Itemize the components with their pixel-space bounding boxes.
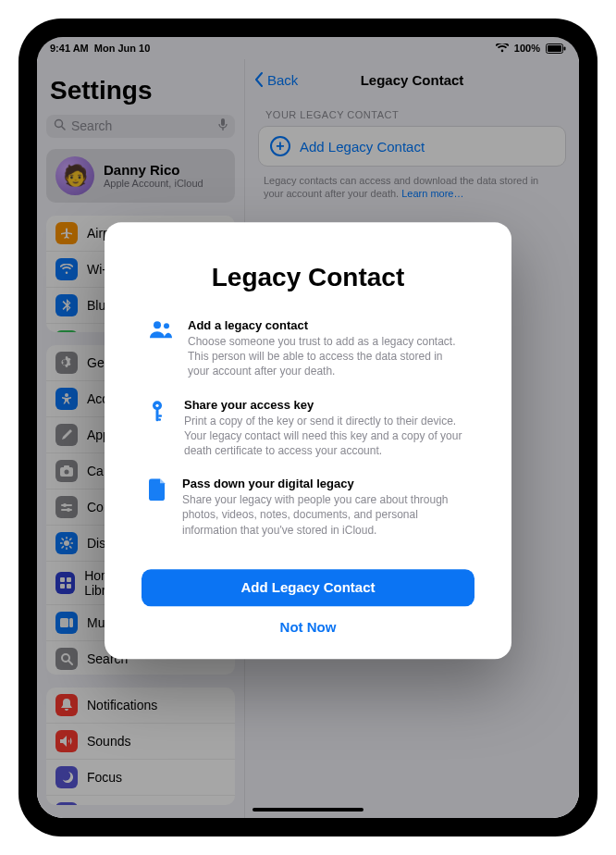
svg-point-37 (154, 321, 161, 328)
add-legacy-contact-button[interactable]: Add Legacy Contact (142, 569, 474, 606)
svg-point-38 (164, 323, 169, 328)
feature-1-body: Choose someone you trust to add as a leg… (188, 334, 467, 379)
feature-3-body: Share your legacy with people you care a… (182, 492, 467, 538)
svg-point-40 (155, 403, 158, 406)
device-frame: 9:41 AM Mon Jun 10 100% Settings (18, 19, 598, 836)
feature-2-heading: Share your access key (184, 398, 467, 412)
svg-rect-42 (158, 415, 162, 417)
feature-1-heading: Add a legacy contact (188, 318, 467, 332)
home-indicator[interactable] (253, 808, 363, 812)
document-icon (149, 477, 167, 538)
not-now-button[interactable]: Not Now (142, 619, 474, 635)
legacy-contact-modal: Legacy Contact Add a legacy contact Choo… (105, 222, 511, 659)
feature-2-body: Print a copy of the key or send it direc… (184, 414, 467, 459)
screen: 9:41 AM Mon Jun 10 100% Settings (37, 37, 579, 818)
feature-3: Pass down your digital legacy Share your… (149, 477, 467, 538)
feature-2: Share your access key Print a copy of th… (149, 398, 467, 459)
modal-title: Legacy Contact (142, 263, 474, 292)
feature-3-heading: Pass down your digital legacy (182, 477, 467, 490)
people-icon (149, 318, 173, 379)
key-icon (149, 398, 169, 459)
feature-1: Add a legacy contact Choose someone you … (149, 318, 467, 379)
svg-rect-43 (158, 418, 161, 421)
